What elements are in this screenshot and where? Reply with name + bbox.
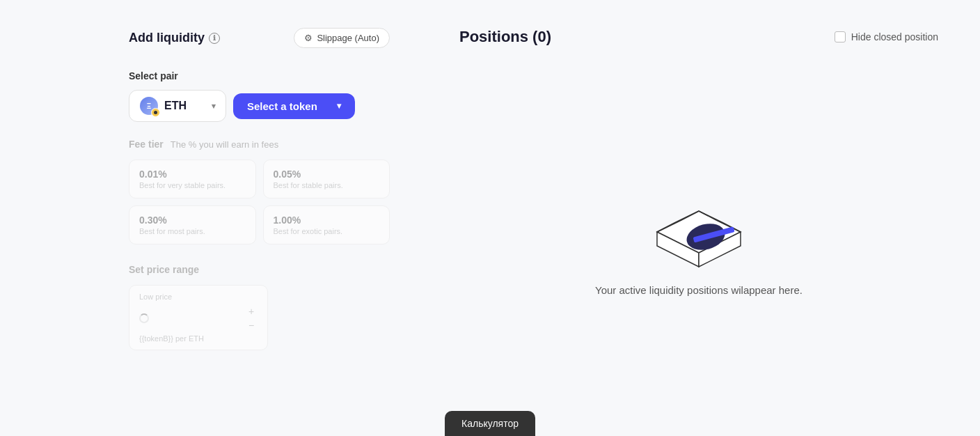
price-range-label: Set price range — [129, 264, 390, 275]
fee-card-100[interactable]: 1.00% Best for exotic pairs. — [263, 205, 390, 244]
empty-box-illustration — [636, 187, 761, 270]
fee-tier-section: Fee tier The % you will earn in fees 0.0… — [129, 139, 390, 244]
slippage-label: Slippage (Auto) — [317, 33, 379, 43]
price-range-section: Set price range Low price + − {{tokenB}}… — [129, 264, 390, 350]
page-wrapper: Add liquidity ℹ ⚙ Slippage (Auto) Select… — [0, 0, 980, 436]
fee-desc-100: Best for exotic pairs. — [274, 227, 380, 235]
select-pair-label: Select pair — [129, 70, 390, 81]
fee-pct-100: 1.00% — [274, 215, 380, 226]
calculator-button[interactable]: Калькулятор — [445, 411, 535, 436]
fee-pct-001: 0.01% — [139, 169, 246, 180]
empty-state: Your active liquidity positions wilappea… — [459, 74, 938, 408]
price-value — [139, 313, 149, 323]
left-panel: Add liquidity ℹ ⚙ Slippage (Auto) Select… — [0, 0, 432, 436]
empty-positions-text: Your active liquidity positions wilappea… — [595, 284, 803, 296]
pair-row: Ξ ETH ▾ Select a token ▾ — [129, 90, 390, 122]
add-liquidity-text: Add liquidity — [129, 31, 205, 45]
header-row: Add liquidity ℹ ⚙ Slippage (Auto) — [129, 28, 390, 48]
eth-badge-dot — [154, 111, 157, 114]
eth-icon: Ξ — [139, 96, 159, 116]
price-increment-button[interactable]: + — [245, 305, 258, 318]
fee-desc-030: Best for most pairs. — [139, 227, 246, 235]
hide-closed-row: Hide closed position — [835, 31, 938, 42]
slippage-button[interactable]: ⚙ Slippage (Auto) — [294, 28, 390, 48]
info-icon[interactable]: ℹ — [209, 33, 220, 44]
fee-desc-005: Best for stable pairs. — [274, 181, 380, 189]
low-price-label: Low price — [139, 293, 258, 301]
right-header: Positions (0) Hide closed position — [459, 28, 938, 46]
price-decrement-button[interactable]: − — [245, 319, 258, 332]
eth-token-selector[interactable]: Ξ ETH ▾ — [129, 90, 226, 122]
fee-card-030[interactable]: 0.30% Best for most pairs. — [129, 205, 256, 244]
calculator-label: Калькулятор — [461, 418, 519, 429]
select-token-chevron-icon: ▾ — [337, 101, 341, 111]
fee-card-001[interactable]: 0.01% Best for very stable pairs. — [129, 159, 256, 198]
fee-grid: 0.01% Best for very stable pairs. 0.05% … — [129, 159, 390, 244]
price-spinner-icon — [139, 313, 149, 323]
select-token-button[interactable]: Select a token ▾ — [233, 93, 355, 119]
select-token-label: Select a token — [247, 100, 317, 112]
price-per-label: {{tokenB}} per ETH — [139, 334, 258, 343]
fee-pct-005: 0.05% — [274, 169, 380, 180]
price-input-controls: + − — [139, 305, 258, 332]
hide-closed-label: Hide closed position — [851, 31, 938, 42]
price-stepper[interactable]: + − — [245, 305, 258, 332]
fee-tier-label: Fee tier — [129, 139, 164, 150]
fee-tier-header: Fee tier The % you will earn in fees — [129, 139, 390, 150]
eth-symbol: ETH — [164, 100, 187, 112]
hide-closed-checkbox[interactable] — [835, 31, 846, 42]
gear-icon: ⚙ — [304, 33, 313, 43]
eth-badge — [151, 108, 160, 117]
fee-tier-description: The % you will earn in fees — [171, 139, 278, 150]
fee-desc-001: Best for very stable pairs. — [139, 181, 246, 189]
positions-title: Positions (0) — [459, 28, 551, 46]
fee-pct-030: 0.30% — [139, 215, 246, 226]
add-liquidity-title: Add liquidity ℹ — [129, 31, 220, 45]
right-panel: Positions (0) Hide closed position — [432, 0, 980, 436]
low-price-card: Low price + − {{tokenB}} per ETH — [129, 285, 268, 350]
eth-chevron-icon: ▾ — [212, 102, 216, 111]
fee-card-005[interactable]: 0.05% Best for stable pairs. — [263, 159, 390, 198]
